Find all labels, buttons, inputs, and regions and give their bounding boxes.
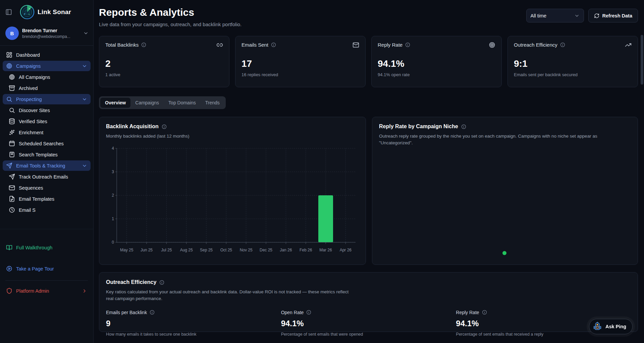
- link-icon: [216, 42, 223, 48]
- metric-label-text: Emails per Backlink: [106, 310, 147, 315]
- full-walkthrough-link[interactable]: Full Walkthrough: [3, 242, 91, 253]
- sidebar-item-prospecting[interactable]: Prospecting: [3, 94, 91, 104]
- sidebar-item-all-campaigns[interactable]: All Campaigns: [3, 72, 91, 82]
- footer-item-label: Full Walkthrough: [16, 245, 52, 250]
- stat-label: Outreach Efficiency: [514, 42, 557, 48]
- stat-value: 94.1%: [378, 58, 495, 69]
- svg-text:Jun 25: Jun 25: [141, 248, 153, 252]
- sidebar-item-label: Dashboard: [16, 52, 40, 58]
- sidebar-item-scheduled-searches[interactable]: Scheduled Searches: [3, 138, 91, 149]
- svg-text:May 25: May 25: [120, 248, 133, 252]
- metric-sub: Percentage of sent emails that were open…: [281, 332, 456, 337]
- metric-label-text: Open Rate: [281, 310, 304, 315]
- ask-ping-label: Ask Ping: [605, 324, 626, 329]
- sidebar-item-archived[interactable]: Archived: [3, 83, 91, 93]
- sidebar-item-discover-sites[interactable]: Discover Sites: [3, 105, 91, 115]
- tab-trends[interactable]: Trends: [201, 98, 224, 108]
- tab-top-domains[interactable]: Top Domains: [164, 98, 201, 108]
- sidebar-item-clipped[interactable]: Email S: [3, 205, 91, 215]
- svg-text:0: 0: [112, 240, 114, 245]
- sidebar-item-label: Track Outreach Emails: [19, 174, 68, 180]
- sidebar-item-dashboard[interactable]: Dashboard: [3, 50, 91, 60]
- info-icon[interactable]: [141, 42, 146, 47]
- info-icon[interactable]: [162, 124, 167, 129]
- stat-card-reply-rate: Reply Rate 94.1% 94.1% open rate: [371, 36, 502, 87]
- archive-icon: [9, 85, 15, 91]
- ask-ping-button[interactable]: Ask Ping: [589, 319, 633, 334]
- info-icon[interactable]: [560, 42, 565, 47]
- sidebar-header: Link Sonar: [0, 0, 93, 22]
- sidebar-item-label: Scheduled Searches: [19, 141, 64, 146]
- info-icon[interactable]: [150, 310, 155, 315]
- info-icon[interactable]: [159, 280, 164, 285]
- page-header: Reports & Analytics Live data from your …: [99, 7, 638, 27]
- platform-admin-link[interactable]: Platform Admin: [3, 285, 91, 296]
- tab-campaigns[interactable]: Campaigns: [130, 98, 164, 108]
- info-icon[interactable]: [306, 310, 311, 315]
- svg-text:Nov 25: Nov 25: [240, 248, 253, 252]
- sidebar-item-email-tools[interactable]: Email Tools & Tracking: [3, 160, 91, 171]
- info-icon[interactable]: [461, 124, 466, 129]
- bookmark-icon: [9, 151, 15, 158]
- link-sonar-logo: [19, 4, 35, 20]
- user-name: Brendon Turner: [22, 28, 70, 33]
- sidebar-item-enrichment[interactable]: Enrichment: [3, 127, 91, 138]
- sidebar-item-email-templates[interactable]: Email Templates: [3, 194, 91, 204]
- svg-text:Jan 26: Jan 26: [280, 248, 292, 252]
- stat-value: 9:1: [514, 58, 632, 69]
- sidebar-item-label: Enrichment: [19, 130, 43, 135]
- efficiency-metrics: Emails per Backlink 9 How many emails it…: [106, 310, 631, 337]
- metric-label-text: Reply Rate: [456, 310, 479, 315]
- stat-card-total-backlinks: Total Backlinks 2 1 active: [99, 36, 229, 87]
- book-open-icon: [6, 244, 12, 251]
- collapse-sidebar-button[interactable]: [5, 8, 13, 16]
- metric-label: Emails per Backlink: [106, 310, 281, 315]
- charts-row: Backlink Acquisition Monthly backlinks a…: [99, 117, 638, 265]
- info-icon[interactable]: [271, 42, 276, 47]
- footer-item-label: Platform Admin: [16, 288, 49, 294]
- backlink-bar-chart: 01234May 25Jun 25Jul 25Aug 25Sep 25Oct 2…: [106, 144, 359, 255]
- stat-head: Emails Sent: [241, 42, 359, 48]
- sidebar-divider: [5, 280, 88, 281]
- refresh-data-button[interactable]: Refresh Data: [588, 9, 638, 22]
- metric-value: 94.1%: [281, 319, 456, 328]
- stat-head: Reply Rate: [378, 42, 495, 48]
- sidebar-item-track-outreach-emails[interactable]: Track Outreach Emails: [3, 172, 91, 182]
- card-title: Backlink Acquisition: [106, 124, 359, 130]
- file-icon: [9, 196, 15, 202]
- chevron-down-icon: [82, 97, 87, 102]
- sidebar-item-sequences[interactable]: Sequences: [3, 183, 91, 193]
- take-page-tour-link[interactable]: Take a Page Tour: [3, 263, 91, 274]
- sidebar-item-label: Campaigns: [16, 63, 41, 69]
- svg-text:Oct 25: Oct 25: [220, 248, 232, 252]
- sidebar-item-campaigns[interactable]: Campaigns: [3, 61, 91, 71]
- stat-value: 2: [105, 58, 223, 69]
- svg-text:1: 1: [112, 216, 114, 221]
- avatar: B: [5, 27, 19, 40]
- metric-value: 9: [106, 319, 281, 328]
- card-title: Reply Rate by Campaign Niche: [379, 124, 631, 130]
- stat-head: Outreach Efficiency: [514, 42, 632, 48]
- brand-title: Link Sonar: [38, 8, 71, 16]
- time-range-select[interactable]: All time: [526, 9, 584, 22]
- sidebar-item-label: Email Templates: [19, 196, 54, 202]
- calendar-icon: [9, 140, 15, 147]
- chevron-down-icon: [83, 31, 89, 36]
- tab-overview[interactable]: Overview: [100, 98, 130, 108]
- reply-rate-niche-card: Reply Rate by Campaign Niche Outreach re…: [372, 117, 638, 265]
- trending-up-icon: [625, 42, 632, 48]
- svg-text:3: 3: [112, 169, 114, 174]
- sidebar-item-verified-sites[interactable]: Verified Sites: [3, 116, 91, 127]
- svg-text:2: 2: [112, 193, 114, 198]
- app-root: Link Sonar B Brendon Turner brendon@webd…: [0, 0, 644, 343]
- info-icon[interactable]: [405, 42, 410, 47]
- chevron-down-icon: [574, 13, 580, 18]
- sidebar-item-label: Discover Sites: [19, 108, 50, 113]
- vertical-scrollbar[interactable]: [641, 35, 643, 85]
- stat-label: Total Backlinks: [105, 42, 139, 48]
- info-icon[interactable]: [482, 310, 487, 315]
- page-subtitle: Live data from your campaigns, outreach,…: [99, 21, 241, 27]
- user-menu[interactable]: B Brendon Turner brendon@webdevcompa...: [0, 22, 93, 45]
- sidebar-item-search-templates[interactable]: Search Templates: [3, 149, 91, 160]
- stat-sub: 94.1% open rate: [378, 72, 495, 77]
